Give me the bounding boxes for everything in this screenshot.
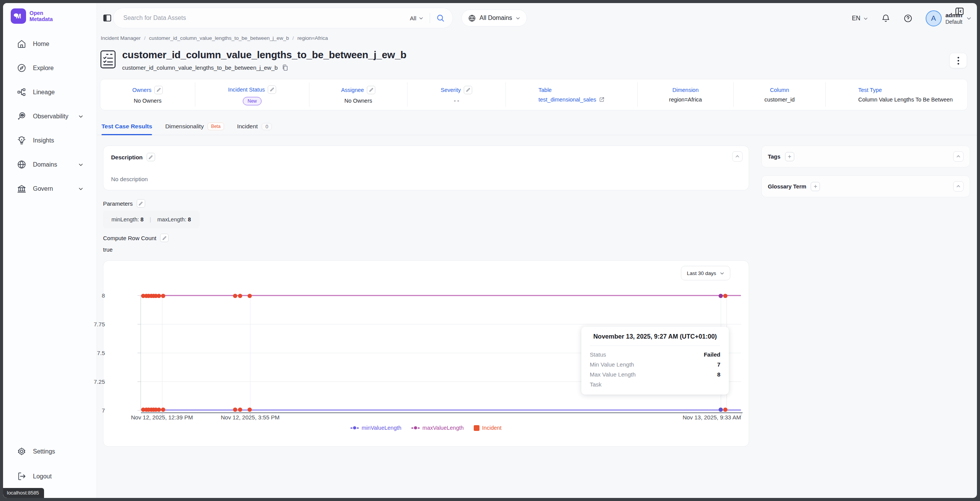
- sidebar-toggle-icon[interactable]: [102, 13, 112, 23]
- globe-icon: [468, 14, 476, 22]
- copy-icon[interactable]: [281, 64, 289, 71]
- description-card: Description No description: [103, 146, 749, 190]
- tab-incident[interactable]: Incident0: [237, 118, 272, 135]
- tooltip-label: Task: [590, 381, 602, 388]
- openmetadata-logo[interactable]: M OpenMetadata: [11, 8, 53, 24]
- incident-dot[interactable]: [161, 294, 165, 298]
- beta-badge: Beta: [208, 123, 224, 130]
- param-value: 8: [188, 216, 191, 223]
- sidebar-item-label: Govern: [33, 185, 53, 192]
- notifications-bell-icon[interactable]: [881, 14, 890, 23]
- incident-dot[interactable]: [723, 294, 728, 298]
- breadcrumb-separator: /: [293, 35, 294, 41]
- tab-dimensionality[interactable]: DimensionalityBeta: [165, 118, 224, 135]
- search-scope-label: All: [410, 15, 416, 21]
- sidebar-item-insights[interactable]: Insights: [3, 133, 97, 147]
- sidebar-item-explore[interactable]: Explore: [3, 61, 97, 75]
- collapse-glossary-button[interactable]: [953, 181, 964, 192]
- breadcrumb-item[interactable]: region=Africa: [297, 35, 328, 41]
- search-input[interactable]: [123, 15, 410, 21]
- owners-value: No Owners: [134, 98, 162, 104]
- kebab-icon: [957, 57, 959, 65]
- column-value: customer_id: [764, 97, 795, 103]
- more-actions-button[interactable]: [949, 53, 967, 68]
- sidebar-item-observability[interactable]: Observability: [3, 109, 97, 123]
- edit-description-button[interactable]: [147, 153, 155, 161]
- all-domains-button[interactable]: All Domains: [461, 10, 527, 26]
- incident-dot[interactable]: [723, 408, 728, 412]
- incident-dot[interactable]: [238, 408, 242, 412]
- edit-parameters-button[interactable]: [137, 199, 145, 208]
- sidebar-item-label: Observability: [33, 113, 68, 120]
- add-tag-button[interactable]: +: [785, 152, 794, 161]
- main-area: All All Domains EN A: [97, 3, 977, 498]
- collapse-description-button[interactable]: [732, 151, 743, 162]
- edit-owners-button[interactable]: [154, 86, 163, 94]
- collapse-tags-button[interactable]: [953, 151, 964, 162]
- edit-compute-row-count-button[interactable]: [160, 234, 169, 242]
- incident-dot[interactable]: [161, 408, 165, 412]
- incident-dot[interactable]: [238, 294, 242, 298]
- search-icon[interactable]: [436, 14, 445, 23]
- tooltip-label: Min Value Length: [590, 361, 634, 368]
- chevron-up-icon: [956, 184, 961, 189]
- sidebar-item-lineage[interactable]: Lineage: [3, 85, 97, 99]
- legend-item-Incident[interactable]: Incident: [474, 425, 502, 431]
- summary-incident-status: Incident Status New: [195, 79, 309, 110]
- breadcrumb-item[interactable]: customer_id_column_value_lengths_to_be_b…: [149, 35, 289, 41]
- table-link[interactable]: test_dimensional_sales: [538, 97, 605, 103]
- pencil-icon: [148, 155, 153, 160]
- edit-severity-button[interactable]: [464, 86, 472, 94]
- chart-tooltip: November 13, 2025, 9:27 AM (UTC+01:00) S…: [581, 327, 729, 395]
- incident-dot[interactable]: [247, 294, 252, 298]
- active-data-point[interactable]: [718, 294, 723, 298]
- incident-dot[interactable]: [157, 294, 161, 298]
- legend-item-maxValueLength[interactable]: maxValueLength: [411, 425, 464, 431]
- compass-icon: [17, 63, 26, 73]
- incident-dot[interactable]: [157, 408, 161, 412]
- compute-row-count-value: true: [103, 247, 113, 253]
- sidebar-item-logout[interactable]: Logout: [3, 469, 97, 483]
- parameters-header: Parameters: [103, 199, 145, 208]
- legend-item-minValueLength[interactable]: minValueLength: [350, 425, 401, 431]
- help-icon[interactable]: [903, 14, 913, 23]
- tooltip-title: November 13, 2025, 9:27 AM (UTC+01:00): [590, 333, 720, 346]
- severity-value: - -: [454, 98, 459, 104]
- sidebar-item-domains[interactable]: Domains: [3, 157, 97, 172]
- y-tick-label: 8: [102, 292, 105, 299]
- edit-assignee-button[interactable]: [367, 86, 375, 94]
- dimension-value: region=Africa: [669, 97, 702, 103]
- chevron-up-icon: [956, 154, 961, 159]
- incident-dot[interactable]: [247, 408, 252, 412]
- glossary-term-panel: Glossary Term +: [761, 175, 970, 197]
- y-tick-label: 7: [102, 407, 105, 414]
- gear-icon: [17, 447, 26, 456]
- breadcrumb-separator: /: [144, 35, 146, 41]
- header-right: EN A admin Default: [852, 3, 972, 34]
- breadcrumb-item[interactable]: Incident Manager: [101, 35, 141, 41]
- legend-label: Incident: [482, 425, 502, 431]
- incident-dot[interactable]: [233, 408, 237, 412]
- tags-title: Tags: [768, 154, 780, 160]
- sidebar-item-govern[interactable]: Govern: [3, 182, 97, 196]
- title-row: customer_id_column_value_lengths_to_be_b…: [100, 49, 406, 71]
- sidebar-item-settings[interactable]: Settings: [3, 444, 97, 458]
- logout-icon: [17, 472, 26, 481]
- search-scope-dropdown[interactable]: All: [410, 15, 424, 21]
- edit-incident-status-button[interactable]: [268, 85, 276, 94]
- active-data-point[interactable]: [718, 408, 723, 412]
- add-glossary-term-button[interactable]: +: [811, 182, 820, 191]
- language-dropdown[interactable]: EN: [852, 15, 868, 22]
- time-range-dropdown[interactable]: Last 30 days: [681, 266, 730, 280]
- page-title: customer_id_column_value_lengths_to_be_b…: [122, 49, 406, 61]
- owners-label: Owners: [133, 87, 152, 93]
- collapse-right-panel-icon[interactable]: [954, 6, 965, 16]
- test-type-value: Column Value Lengths To Be Between: [858, 97, 953, 103]
- tab-test-case-results[interactable]: Test Case Results: [101, 118, 152, 135]
- sidebar: M OpenMetadata Home Explore Lineage Obse…: [3, 3, 97, 498]
- incident-dot[interactable]: [233, 294, 237, 298]
- chevron-down-icon: [515, 16, 520, 21]
- param-name: maxLength:: [157, 216, 187, 223]
- chevron-down-icon: [419, 16, 424, 21]
- sidebar-item-home[interactable]: Home: [3, 37, 97, 51]
